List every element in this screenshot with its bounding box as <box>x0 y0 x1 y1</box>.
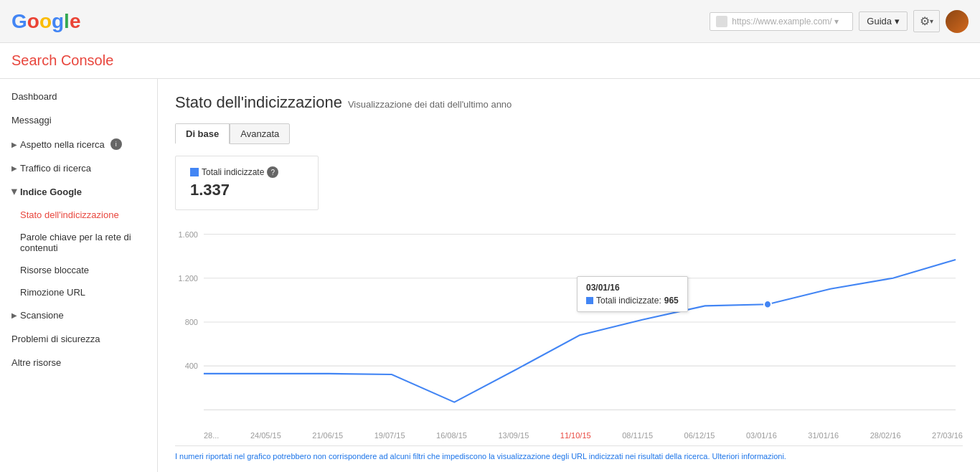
chart-tooltip-dot <box>764 301 771 308</box>
svg-text:1.600: 1.600 <box>178 230 197 238</box>
x-label-10: 31/01/16 <box>808 431 839 440</box>
dashboard-label: Dashboard <box>11 91 57 102</box>
x-axis: 28... 24/05/15 21/06/15 19/07/15 16/08/1… <box>175 428 963 440</box>
logo-o1: o <box>27 10 39 33</box>
scansione-arrow: ▶ <box>11 311 17 319</box>
guida-label: Guida <box>867 16 892 27</box>
sidebar-item-sicurezza[interactable]: Problemi di sicurezza <box>0 327 157 351</box>
x-label-4: 16/08/15 <box>436 431 467 440</box>
tab-avanzata[interactable]: Avanzata <box>230 123 290 144</box>
settings-icon: ⚙ <box>920 14 930 28</box>
svg-text:400: 400 <box>185 362 198 370</box>
x-label-11: 28/02/16 <box>870 431 901 440</box>
page-main-title: Stato dell'indicizzazione <box>175 93 342 112</box>
aspetto-arrow: ▶ <box>11 141 17 148</box>
traffico-label: Traffico di ricerca <box>20 163 91 174</box>
sidebar-item-risorse-bloccate[interactable]: Risorse bloccate <box>0 259 157 281</box>
rimozione-label: Rimozione URL <box>20 287 85 298</box>
svg-text:1.200: 1.200 <box>178 274 197 283</box>
traffico-arrow: ▶ <box>11 164 17 172</box>
indice-arrow: ▶ <box>11 189 19 195</box>
sidebar-item-altre[interactable]: Altre risorse <box>0 351 157 374</box>
aspetto-help-icon: i <box>110 138 122 150</box>
chart-area: 1.600 1.200 800 400 03/01/16 Totali indi… <box>175 219 963 427</box>
x-label-8: 06/12/15 <box>684 431 715 440</box>
footer-note: I numeri riportati nel grafico potrebber… <box>175 445 963 461</box>
stat-label-text: Totali indicizzate <box>202 167 264 177</box>
tab-di-base[interactable]: Di base <box>175 123 230 144</box>
avatar[interactable] <box>946 10 969 33</box>
logo-o2: o <box>39 10 52 33</box>
sidebar: Dashboard Messaggi ▶ Aspetto nella ricer… <box>0 79 158 472</box>
topbar: Google https://www.example.com/ ▾ Guida … <box>0 0 980 43</box>
stats-card: Totali indicizzate ? 1.337 <box>175 156 319 210</box>
chart-svg: 1.600 1.200 800 400 <box>175 219 963 427</box>
sidebar-item-stato[interactable]: Stato dell'indicizzazione <box>0 204 157 226</box>
stato-label: Stato dell'indicizzazione <box>20 209 119 220</box>
page-title-row: Stato dell'indicizzazione Visualizzazion… <box>175 93 963 112</box>
secondary-bar: Search Console <box>0 43 980 79</box>
x-label-7: 08/11/15 <box>622 431 653 440</box>
site-selector[interactable]: https://www.example.com/ ▾ <box>710 12 853 31</box>
guida-button[interactable]: Guida ▾ <box>859 11 908 31</box>
aspetto-label: Aspetto nella ricerca <box>20 139 105 150</box>
main-layout: Dashboard Messaggi ▶ Aspetto nella ricer… <box>0 79 980 472</box>
logo-l: l <box>64 10 70 33</box>
stat-help-icon[interactable]: ? <box>267 166 278 178</box>
stat-label-row: Totali indicizzate ? <box>190 166 303 178</box>
footer-note-text: I numeri riportati nel grafico potrebber… <box>175 452 786 461</box>
x-label-3: 19/07/15 <box>374 431 405 440</box>
app-title: Search Console <box>11 52 113 69</box>
svg-text:800: 800 <box>185 318 198 326</box>
sidebar-item-messaggi[interactable]: Messaggi <box>0 108 157 132</box>
logo-e: e <box>70 10 81 33</box>
scansione-label: Scansione <box>20 310 64 321</box>
sidebar-item-dashboard[interactable]: Dashboard <box>0 85 157 108</box>
topbar-right: https://www.example.com/ ▾ Guida ▾ ⚙ ▾ <box>710 10 969 33</box>
parole-label: Parole chiave per la rete di contenuti <box>20 232 131 253</box>
settings-button[interactable]: ⚙ ▾ <box>913 10 940 32</box>
topbar-left: Google <box>11 10 80 33</box>
google-logo: Google <box>11 10 80 33</box>
chart-line <box>204 260 956 402</box>
sidebar-item-indice[interactable]: ▶ Indice Google <box>0 180 157 204</box>
tab-row: Di base Avanzata <box>175 123 963 144</box>
x-label-12: 27/03/16 <box>932 431 963 440</box>
logo-g2: g <box>52 10 64 33</box>
tab-di-base-label: Di base <box>186 128 219 139</box>
tab-avanzata-label: Avanzata <box>240 128 279 139</box>
content-area: Stato dell'indicizzazione Visualizzazion… <box>158 79 980 472</box>
stat-value: 1.337 <box>190 181 303 199</box>
sidebar-item-traffico[interactable]: ▶ Traffico di ricerca <box>0 156 157 180</box>
x-label-2: 21/06/15 <box>312 431 343 440</box>
sidebar-item-parole[interactable]: Parole chiave per la rete di contenuti <box>0 226 157 259</box>
risorse-label: Risorse bloccate <box>20 265 89 275</box>
indice-label: Indice Google <box>20 187 82 197</box>
sidebar-item-aspetto[interactable]: ▶ Aspetto nella ricerca i <box>0 132 157 156</box>
altre-label: Altre risorse <box>11 357 61 368</box>
settings-arrow: ▾ <box>930 17 933 25</box>
sidebar-item-scansione[interactable]: ▶ Scansione <box>0 303 157 327</box>
x-label-0: 28... <box>204 431 219 440</box>
site-favicon <box>716 16 727 27</box>
logo-g: G <box>11 10 27 33</box>
x-label-1: 24/05/15 <box>250 431 281 440</box>
x-label-6: 11/10/15 <box>560 431 591 440</box>
guida-arrow: ▾ <box>895 16 900 27</box>
x-label-5: 13/09/15 <box>498 431 529 440</box>
x-label-9: 03/01/16 <box>746 431 777 440</box>
sicurezza-label: Problemi di sicurezza <box>11 334 100 344</box>
stat-color-indicator <box>190 168 199 176</box>
site-url: https://www.example.com/ ▾ <box>732 16 839 27</box>
sidebar-item-rimozione[interactable]: Rimozione URL <box>0 281 157 303</box>
page-subtitle: Visualizzazione dei dati dell'ultimo ann… <box>348 99 512 110</box>
messaggi-label: Messaggi <box>11 115 52 126</box>
